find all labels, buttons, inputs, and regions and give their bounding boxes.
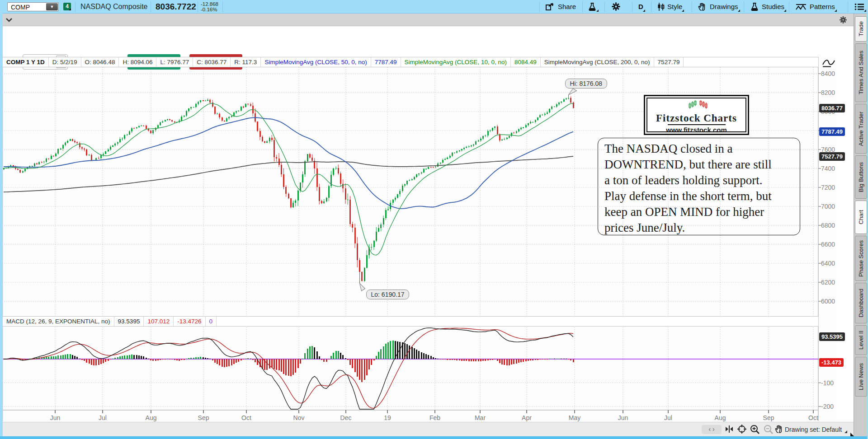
time-axis-label: Jul (99, 414, 107, 421)
chart-header-field: C: 8036.77 (193, 57, 231, 67)
share-button[interactable]: Share (542, 0, 579, 13)
analyst-note-line: prices June/July. (604, 220, 800, 236)
time-axis-label: Oct (241, 414, 251, 421)
patterns-button[interactable]: Patterns (793, 0, 838, 13)
side-tab-label: Times And Sales (858, 51, 864, 94)
right-tab-strip: TradeTimes And SalesActive TraderBig But… (854, 14, 868, 439)
chart-header-field: H: 8094.06 (119, 57, 156, 67)
window-edge-left (0, 0, 3, 439)
time-axis-label: Oct (808, 414, 818, 421)
panel-gear-icon[interactable] (839, 16, 847, 24)
logo-url: www.fitzstock.com (647, 126, 745, 134)
expand-horizontal-icon[interactable] (724, 424, 734, 434)
order-panel-header (0, 14, 854, 26)
logo-candles-icon (681, 100, 712, 110)
side-tab-phase-scores[interactable]: Phase Scores (855, 236, 867, 281)
macd-header-field: 107.012 (144, 317, 174, 326)
drawing-set-selector[interactable]: Drawing set: Default (785, 426, 842, 433)
pan-right-icon[interactable]: › (712, 425, 715, 433)
time-axis-label: Aug (715, 414, 726, 421)
analyst-note-line: Play defense in the short term, but (604, 188, 800, 204)
pattern-zigzag-icon (795, 3, 807, 11)
studies-button[interactable]: Studies (747, 0, 787, 13)
time-axis-label: Mar (475, 414, 486, 421)
time-axis-label: Nov (293, 414, 305, 421)
gear-icon (611, 2, 621, 11)
pan-arrows[interactable]: ‹ › (702, 425, 722, 434)
toolbar-separator (848, 1, 848, 12)
chart-settings-button[interactable] (609, 0, 623, 13)
macd-axis-tag: -13.473 (819, 358, 844, 367)
analyst-note-line: The NASDAQ closed in a (604, 141, 800, 157)
chart-header-field: SimpleMovingAvg (CLOSE, 50, 0, no) (261, 57, 371, 67)
side-tab-active-trader[interactable]: Active Trader (855, 104, 867, 154)
price-axis-label: 6200 (821, 279, 835, 286)
link-group-badge[interactable]: 4 (63, 3, 71, 10)
window-edge-bottom (0, 436, 868, 439)
macd-header: MACD (12, 26, 9, EXPONENTIAL, no)93.5395… (3, 316, 818, 327)
last-price: 8036.7722 (156, 2, 196, 12)
time-axis-label: 19 (384, 414, 391, 421)
flask-icon (588, 2, 597, 11)
chart-header-field: SimpleMovingAvg (CLOSE, 200, 0, no) (541, 57, 654, 67)
side-tab-label: Dashboard (858, 289, 864, 318)
time-axis-label: Sep (198, 414, 209, 421)
chart-header-field: SimpleMovingAvg (CLOSE, 10, 0, no) (401, 57, 511, 67)
change-value: -12.868 (201, 1, 218, 7)
crosshair-icon[interactable] (737, 424, 747, 434)
quick-study-button[interactable] (585, 0, 599, 13)
side-tab-trade[interactable]: Trade (855, 16, 867, 42)
timeframe-button[interactable]: D (636, 0, 646, 13)
toolbar-separator (151, 1, 151, 12)
drawings-button[interactable]: Drawings (695, 0, 741, 13)
macd-header-field: 0 (206, 317, 217, 326)
side-tab-level-ii[interactable]: Level II (855, 325, 867, 355)
price-axis-label: 8200 (821, 89, 835, 96)
top-toolbar: COMP ▼ 4 NASDAQ Composite 8036.7722 -12.… (0, 0, 868, 14)
pointing-hand-icon (698, 2, 707, 11)
macd-header-field: -13.4726 (174, 317, 205, 326)
chart-menu-button[interactable] (852, 0, 867, 13)
beaker-icon (750, 2, 759, 11)
toolbar-separator (692, 1, 692, 12)
side-tab-times-and-sales[interactable]: Times And Sales (855, 43, 867, 102)
list-menu-icon (854, 3, 864, 10)
toolbar-separator (582, 1, 583, 12)
share-icon (545, 3, 555, 11)
side-tab-label: Phase Scores (858, 240, 864, 277)
macd-axis-label: -100 (821, 379, 834, 387)
price-scale-mode-icon[interactable] (822, 59, 835, 68)
price-axis-label: 7000 (821, 203, 835, 210)
price-axis-label: 6400 (821, 260, 835, 267)
chevron-down-icon[interactable] (5, 18, 13, 22)
time-axis-label: Sep (763, 414, 774, 421)
analyst-note-line: keep an OPEN MIND for higher (604, 204, 800, 220)
pan-hand-icon[interactable] (775, 424, 784, 434)
macd-header-field: 93.5395 (114, 317, 144, 326)
chart-status-bar: ‹ › Drawing set: Default (0, 422, 854, 436)
chart-header-field: L: 7976.77 (156, 57, 193, 67)
zoom-out-icon[interactable] (763, 424, 774, 435)
share-label: Share (558, 3, 576, 10)
toolbar-separator (632, 1, 632, 12)
symbol-select[interactable]: COMP ▼ (7, 2, 59, 11)
price-axis-label: 7200 (821, 184, 835, 191)
sidebar-resize-corner[interactable] (850, 433, 854, 436)
price-axis-label: 8400 (821, 70, 835, 77)
side-tab-chart[interactable]: Chart (855, 201, 867, 234)
side-tab-dashboard[interactable]: Dashboard (855, 283, 867, 323)
symbol-dropdown-arrow[interactable]: ▼ (46, 3, 58, 10)
analyst-note-line: a ton of leaders holding support. (604, 173, 800, 188)
toolbar-separator (744, 1, 744, 12)
candlestick-icon (657, 2, 665, 11)
macd-axis-tag: 93.5395 (819, 332, 845, 341)
style-button[interactable]: Style (655, 0, 685, 13)
style-label: Style (667, 3, 682, 10)
pan-left-icon[interactable]: ‹ (708, 425, 711, 433)
time-axis-label: Feb (429, 414, 440, 421)
side-tab-big-buttons[interactable]: Big Buttons (855, 155, 867, 199)
time-axis-label: Apr (522, 414, 532, 421)
zoom-in-icon[interactable] (750, 424, 760, 435)
time-axis-label: May (569, 414, 580, 421)
side-tab-live-news[interactable]: Live News (855, 357, 867, 397)
